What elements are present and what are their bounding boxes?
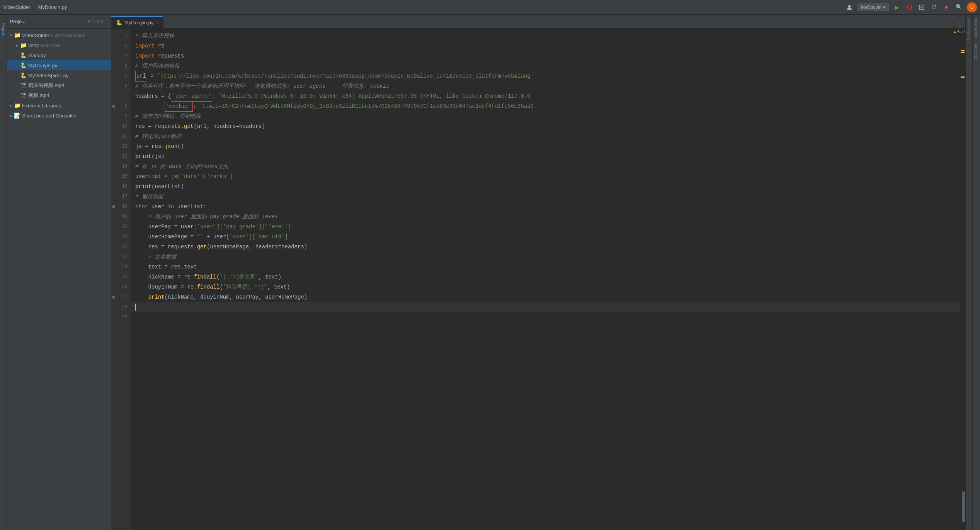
locate-icon[interactable]: ⊕ (88, 19, 90, 24)
ln-5: 5 (111, 71, 131, 81)
fn-findall25: findall (194, 272, 216, 282)
kw-in: in (168, 202, 174, 212)
root-path: F:\myPythonCode (51, 33, 85, 37)
video2-label: 视频.mp4 (28, 92, 49, 99)
op-eq21: = (187, 232, 197, 242)
comment-17: # 遍历功能 (135, 192, 163, 202)
op-dot24: . (181, 262, 184, 272)
structure-tab[interactable]: Structure (973, 41, 980, 63)
scroll-thumb[interactable] (962, 491, 965, 522)
avatar-button[interactable]: U (967, 2, 977, 12)
str-cookie: 'ttwid=1%7C2nhum1tayQTWdtb0MfZds0H0j_1xS… (196, 101, 534, 111)
comment-9: # 请求访问网站，得到响应 (135, 111, 201, 121)
tree-item-video2[interactable]: 🎬 视频.mp4 (7, 90, 111, 100)
var-nickname: nickName (135, 272, 174, 282)
coverage-button[interactable] (917, 3, 926, 12)
fn-get: get (184, 121, 194, 131)
code-line-1: # 导入请求模块 (131, 31, 960, 41)
ln-22: 22 (111, 242, 131, 252)
ln-11: 11 (111, 131, 131, 141)
project-tab-icon[interactable]: Project (0, 18, 7, 41)
var-url: url (135, 71, 147, 82)
editor-content: 1 2 3 4 5 6 7 8 9 10 11 12 13 14 15 16 1… (111, 29, 965, 530)
expand-icon[interactable]: ⇅ (96, 19, 99, 24)
var-user21: user (213, 232, 226, 242)
str-level: ['level'] (262, 222, 291, 232)
code-line-14: # 在 js 的 data 里面的ranks里面 (131, 161, 960, 172)
right-side-tabs: Bookmarks Structure (972, 15, 980, 530)
op-paren25a: ( (216, 272, 219, 282)
tree-item-video1[interactable]: 🎬 爬取的视频.mp4 (7, 80, 111, 90)
tab-bar: 🐍 MyDouyin.py × ⋮ (111, 15, 965, 29)
kw-import-re: import (135, 41, 155, 51)
code-line-28[interactable] (131, 302, 960, 312)
collapse-icon[interactable]: ≡ (92, 19, 95, 24)
ln-19: 19 (111, 212, 131, 222)
code-line-20: userPay = user ['user'] ['pay_grade'] ['… (131, 222, 960, 232)
var-js15: js (171, 172, 177, 182)
title-filename: MyDouyin.py (38, 4, 67, 10)
scratches-label: Scratches and Consoles (22, 113, 77, 119)
title-separator: – (33, 4, 36, 10)
tree-item-venv[interactable]: ▶ 📁 venv library root (7, 40, 111, 50)
kw-import-requests: import (135, 51, 155, 61)
checkmark-icon: ✓ (960, 30, 963, 34)
code-line-10: res = requests . get (url, headers=heade… (131, 121, 960, 131)
profiler-button[interactable]: ⏱ (930, 3, 938, 12)
op-comma25: , text) (259, 272, 281, 282)
tree-item-main[interactable]: 🐍 main.py (7, 50, 111, 60)
external-arrow: ▶ (9, 104, 14, 108)
tab-close-btn[interactable]: × (156, 20, 158, 25)
ln-25: 25 (111, 272, 131, 282)
ln-26: 26 (111, 282, 131, 292)
tab-mydouyin[interactable]: 🐍 MyDouyin.py × (111, 16, 163, 28)
var-userlist18: userList: (174, 202, 206, 212)
run-config-dropdown[interactable]: MyDouyin ▾ (858, 3, 889, 11)
mydouyin-icon: 🐍 (20, 62, 27, 68)
op-eq12: = (142, 141, 151, 151)
tree-item-external[interactable]: ▶ 📁 External Libraries (7, 100, 111, 110)
fn-print27: print (135, 292, 165, 302)
code-line-16: print (userList) (131, 182, 960, 192)
close-panel-icon[interactable]: − (105, 19, 108, 24)
code-line-26: douyinNum = re . findall ( '抖音号是(.*?)' ,… (131, 282, 960, 292)
code-line-23: # 文本数据 (131, 252, 960, 262)
ln-18: 18 (111, 202, 131, 212)
ln-13: 13 (111, 151, 131, 161)
bookmarks-tab[interactable]: Bookmarks (973, 15, 980, 41)
comment-4: # 用户列表的链接 (135, 61, 180, 71)
op-colon7: : (212, 91, 215, 101)
str-ranks: ['ranks'] (203, 172, 233, 182)
tab-more-btn[interactable]: ⋮ (954, 22, 965, 28)
tree-item-myvideospider[interactable]: 🐍 MyVideoSpider.py (7, 70, 111, 80)
op-dot22: . (194, 242, 197, 252)
op-dot25: . (191, 272, 194, 282)
code-line-27: print (nickName, douyinNum, userPay, use… (131, 292, 960, 302)
code-line-18: ▼ for user in userList: (131, 202, 960, 212)
venv-arrow: ▶ (15, 43, 20, 48)
code-line-8: 'cookie' : 'ttwid=1%7C2nhum1tayQTWdtb0Mf… (131, 101, 960, 111)
stop-button[interactable]: ■ (942, 3, 951, 12)
main-py-icon: 🐍 (20, 52, 27, 58)
title-bar-left: VideoSpider – MyDouyin.py (3, 4, 67, 10)
code-line-25: nickName = re . findall ( '(.*?)的主页' , t… (131, 272, 960, 282)
search-icon[interactable]: 🔍 (954, 3, 963, 12)
settings-icon[interactable]: ⚙ (101, 19, 104, 24)
fold-18[interactable]: ▼ (135, 202, 138, 212)
str-secuid: ['sec_uid'] (252, 232, 288, 242)
run-button[interactable]: ▶ (893, 3, 901, 12)
tree-item-scratches[interactable]: ▶ 📝 Scratches and Consoles (7, 110, 111, 121)
tree-root-folder[interactable]: ▼ 📁 VideoSpider F:\myPythonCode (7, 30, 111, 40)
op-plus21: + (203, 232, 213, 242)
debug-button[interactable]: 🐞 (905, 3, 914, 12)
code-area[interactable]: # 导入请求模块 import re import requests # 用户列… (131, 29, 960, 530)
comment-14: # 在 js 的 data 里面的ranks里面 (135, 161, 228, 172)
sidebar-icons: Project (0, 15, 7, 530)
var-requests: requests (155, 51, 184, 61)
tree-item-mydouyin[interactable]: 🐍 MyDouyin.py (7, 60, 111, 70)
warning-indicators: ▲ 5 ✓ 96 ∧ (960, 29, 965, 78)
user-icon[interactable] (845, 3, 854, 12)
tab-python-icon: 🐍 (116, 20, 122, 25)
comment-19: # 用户的 user 里面的 pay_grade 里面的 level (135, 212, 278, 222)
panel-header-icons: ⊕ ≡ ⇅ ⚙ − (88, 19, 108, 24)
